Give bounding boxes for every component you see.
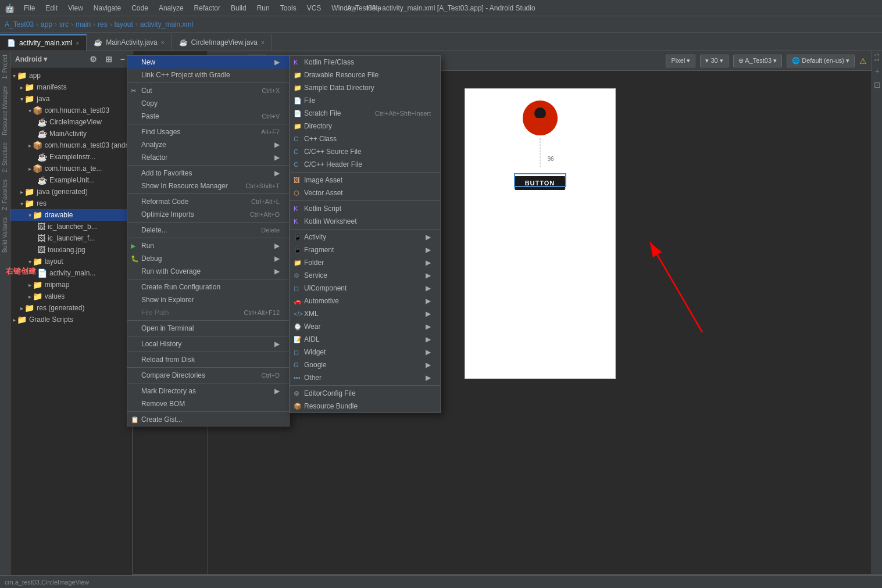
folder-new-icon: 📁 <box>294 259 302 267</box>
ctx-show-resource[interactable]: Show In Resource Manager Ctrl+Shift+T <box>127 180 289 192</box>
new-cpp-class[interactable]: C C++ Class <box>290 132 440 145</box>
automotive-icon: 🚗 <box>294 297 302 305</box>
ctx-create-gist[interactable]: 📋 Create Gist... <box>127 413 289 426</box>
ctx-local-history[interactable]: Local History ▶ <box>127 338 289 350</box>
kotlin-file-icon: K <box>294 59 298 66</box>
ctx-reload[interactable]: Reload from Disk <box>127 353 289 366</box>
ctx-mark-dir[interactable]: Mark Directory as ▶ <box>127 385 289 397</box>
fragment-icon: 📱 <box>294 246 302 254</box>
ctx-add-favorites[interactable]: Add to Favorites ▶ <box>127 167 289 180</box>
ctx-sep-3 <box>127 165 289 166</box>
new-kotlin-script[interactable]: K Kotlin Script <box>290 202 440 215</box>
uicomponent-icon: ◻ <box>294 285 299 292</box>
ctx-sep-5 <box>127 222 289 223</box>
new-file[interactable]: 📄 File <box>290 94 440 107</box>
ctx-file-path: File Path Ctrl+Alt+F12 <box>127 306 289 319</box>
context-menu-main: New ▶ Link C++ Project with Gradle ✂ Cut… <box>127 55 290 426</box>
submenu-new: K Kotlin File/Class 📁 Drawable Resource … <box>290 55 441 413</box>
new-aidl[interactable]: 📝 AIDL ▶ <box>290 333 440 346</box>
new-automotive[interactable]: 🚗 Automotive ▶ <box>290 295 440 307</box>
kotlin-worksheet-icon: K <box>294 218 298 225</box>
directory-icon: 📁 <box>294 123 302 130</box>
ctx-sep-6 <box>127 238 289 238</box>
cpp-class-icon: C <box>294 135 298 142</box>
ctx-optimize[interactable]: Optimize Imports Ctrl+Alt+O <box>127 208 289 221</box>
ctx-sep-8 <box>127 320 289 321</box>
drawable-icon: 📁 <box>294 71 302 79</box>
new-cpp-source[interactable]: C C/C++ Source File <box>290 145 440 158</box>
new-resource-bundle[interactable]: 📦 Resource Bundle <box>290 400 440 413</box>
ctx-copy[interactable]: Copy <box>127 97 289 110</box>
ctx-link-cpp[interactable]: Link C++ Project with Gradle <box>127 69 289 81</box>
ctx-sep-1 <box>127 83 289 83</box>
new-activity[interactable]: 📱 Activity ▶ <box>290 231 440 243</box>
ctx-show-explorer[interactable]: Show in Explorer <box>127 293 289 306</box>
new-service[interactable]: ⚙ Service ▶ <box>290 269 440 282</box>
editorconfig-icon: ⚙ <box>294 390 299 397</box>
kotlin-script-icon: K <box>294 205 298 212</box>
new-other[interactable]: ••• Other ▶ <box>290 371 440 384</box>
ctx-open-terminal[interactable]: Open in Terminal <box>127 322 289 335</box>
new-sep-3 <box>290 229 440 230</box>
ctx-sep-7 <box>127 279 289 279</box>
ctx-sep-12 <box>127 383 289 383</box>
ctx-sep-10 <box>127 352 289 352</box>
new-uicomponent[interactable]: ◻ UiComponent ▶ <box>290 282 440 295</box>
new-drawable-resource[interactable]: 📁 Drawable Resource File <box>290 69 440 81</box>
ctx-run[interactable]: ▶ Run ▶ <box>127 239 289 252</box>
other-icon: ••• <box>294 374 301 381</box>
google-icon: G <box>294 361 299 368</box>
new-wear[interactable]: ⌚ Wear ▶ <box>290 320 440 333</box>
new-scratch[interactable]: 📄 Scratch File Ctrl+Alt+Shft+Insert <box>290 107 440 120</box>
debug-icon: 🐛 <box>131 255 139 263</box>
cut-icon: ✂ <box>131 87 136 95</box>
context-menu-overlay: New ▶ Link C++ Project with Gradle ✂ Cut… <box>0 0 882 588</box>
new-widget[interactable]: ◻ Widget ▶ <box>290 346 440 358</box>
ctx-sep-4 <box>127 193 289 194</box>
ctx-run-coverage[interactable]: Run with Coverage ▶ <box>127 265 289 278</box>
ctx-sep-11 <box>127 367 289 368</box>
new-sep-1 <box>290 172 440 173</box>
new-sample-data[interactable]: 📁 Sample Data Directory <box>290 81 440 94</box>
ctx-find-usages[interactable]: Find Usages Alt+F7 <box>127 126 289 138</box>
ctx-debug[interactable]: 🐛 Debug ▶ <box>127 252 289 265</box>
ctx-new[interactable]: New ▶ <box>127 56 289 69</box>
ctx-sep-2 <box>127 124 289 124</box>
new-directory[interactable]: 📁 Directory <box>290 120 440 132</box>
ctx-remove-bom[interactable]: Remove BOM <box>127 397 289 410</box>
ctx-sep-9 <box>127 336 289 336</box>
ctx-reformat[interactable]: Reformat Code Ctrl+Alt+L <box>127 195 289 208</box>
ctx-cut[interactable]: ✂ Cut Ctrl+X <box>127 84 289 97</box>
image-asset-icon: 🖼 <box>294 177 300 184</box>
new-sep-4 <box>290 385 440 386</box>
sample-data-icon: 📁 <box>294 84 302 92</box>
new-cpp-header[interactable]: C C/C++ Header File <box>290 158 440 171</box>
new-editorconfig[interactable]: ⚙ EditorConfig File <box>290 387 440 400</box>
service-icon: ⚙ <box>294 272 299 279</box>
new-kotlin-file[interactable]: K Kotlin File/Class <box>290 56 440 69</box>
aidl-icon: 📝 <box>294 336 302 343</box>
xml-icon: </> <box>294 310 303 317</box>
ctx-analyze[interactable]: Analyze ▶ <box>127 138 289 151</box>
ctx-paste[interactable]: Paste Ctrl+V <box>127 110 289 123</box>
new-fragment[interactable]: 📱 Fragment ▶ <box>290 243 440 256</box>
ctx-compare-dirs[interactable]: Compare Directories Ctrl+D <box>127 369 289 382</box>
ctx-refactor[interactable]: Refactor ▶ <box>127 151 289 164</box>
new-google[interactable]: G Google ▶ <box>290 358 440 371</box>
cpp-source-icon: C <box>294 148 298 155</box>
scratch-icon: 📄 <box>294 110 302 117</box>
cpp-header-icon: C <box>294 161 298 168</box>
new-image-asset[interactable]: 🖼 Image Asset <box>290 174 440 187</box>
run-icon: ▶ <box>131 242 135 250</box>
new-kotlin-worksheet[interactable]: K Kotlin Worksheet <box>290 215 440 228</box>
vector-asset-icon: ⬡ <box>294 189 299 197</box>
new-sep-2 <box>290 200 440 201</box>
ctx-create-run-config[interactable]: Create Run Configuration <box>127 281 289 293</box>
new-vector-asset[interactable]: ⬡ Vector Asset <box>290 187 440 199</box>
new-xml[interactable]: </> XML ▶ <box>290 307 440 320</box>
new-folder[interactable]: 📁 Folder ▶ <box>290 256 440 269</box>
resource-bundle-icon: 📦 <box>294 403 302 410</box>
wear-icon: ⌚ <box>294 323 302 331</box>
activity-icon: 📱 <box>294 234 302 241</box>
ctx-delete[interactable]: Delete... Delete <box>127 224 289 236</box>
